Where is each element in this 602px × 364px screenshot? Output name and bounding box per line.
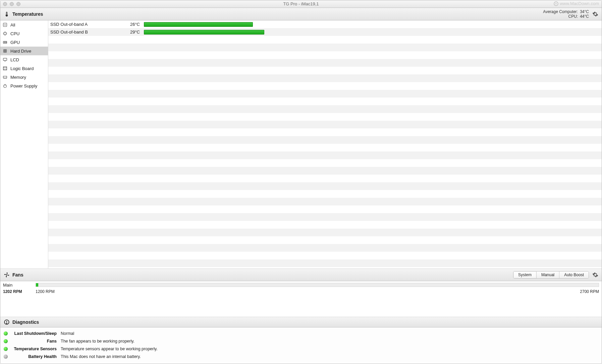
memory-icon	[2, 74, 8, 80]
empty-row	[48, 190, 602, 198]
sensor-bar	[144, 30, 598, 35]
sidebar-item-label: Hard Drive	[10, 49, 31, 54]
diagnostics-header: Diagnostics	[0, 317, 602, 327]
empty-row	[48, 90, 602, 98]
avg-computer-value: 34°C	[580, 9, 589, 14]
sidebar-item-label: Memory	[10, 75, 26, 80]
sensor-temp: 26°C	[124, 22, 144, 27]
empty-row	[48, 167, 602, 175]
temperatures-header: Temperatures Average Computer: 34°C CPU:…	[0, 8, 602, 20]
empty-row	[48, 205, 602, 213]
empty-row	[48, 44, 602, 51]
svg-point-19	[6, 67, 6, 68]
empty-row	[48, 175, 602, 182]
sensor-name: SSD Out-of-band B	[48, 29, 124, 35]
status-dot-icon	[4, 339, 8, 343]
fan-max-rpm: 2700 RPM	[580, 289, 599, 294]
sensor-temp: 29°C	[124, 29, 144, 35]
empty-row	[48, 67, 602, 74]
watermark-icon: ✕	[554, 1, 558, 6]
all-icon	[2, 22, 8, 27]
status-dot-icon	[4, 331, 8, 336]
svg-rect-15	[3, 58, 7, 61]
alert-icon	[3, 319, 10, 325]
svg-point-21	[6, 69, 6, 70]
fan-mode-system[interactable]: System	[513, 271, 537, 278]
avg-cpu-label: CPU:	[568, 14, 578, 19]
power-icon	[2, 83, 8, 88]
diagnostic-value: Normal	[61, 331, 74, 336]
sensor-name: SSD Out-of-band A	[48, 22, 124, 27]
hdd-icon	[2, 48, 8, 54]
status-dot-icon	[4, 347, 8, 351]
diagnostic-label: Battery Health	[13, 354, 57, 359]
lcd-icon	[2, 57, 8, 62]
sensor-bar	[144, 22, 598, 27]
diagnostics-title: Diagnostics	[12, 319, 39, 325]
empty-row	[48, 198, 602, 205]
gear-icon	[592, 11, 598, 17]
avg-cpu-value: 44°C	[580, 14, 589, 19]
sensor-row[interactable]: SSD Out-of-band A26°C	[48, 20, 602, 28]
empty-row	[48, 221, 602, 229]
diagnostic-row: FansThe fan appears to be working proper…	[0, 337, 602, 345]
diagnostic-row: Battery HealthThis Mac does not have an …	[0, 353, 602, 360]
fan-min-rpm: 1200 RPM	[36, 289, 55, 294]
fans-body: Main1202 RPM1200 RPM2700 RPM	[0, 281, 602, 294]
fan-row: Main1202 RPM1200 RPM2700 RPM	[0, 281, 602, 294]
sidebar-item-hard-drive[interactable]: Hard Drive	[0, 47, 48, 55]
diagnostics-body: Last Shutdown/SleepNormalFansThe fan app…	[0, 327, 602, 364]
sidebar-item-gpu[interactable]: GPU	[0, 38, 48, 47]
gear-icon	[592, 272, 598, 278]
sidebar-item-label: CPU	[10, 31, 19, 36]
fan-mode-auto-boost[interactable]: Auto Boost	[559, 271, 589, 278]
empty-row	[48, 259, 602, 267]
window-title: TG Pro - iMac19,1	[0, 1, 602, 6]
average-readout: Average Computer: 34°C CPU: 44°C	[543, 9, 589, 19]
empty-row	[48, 59, 602, 67]
svg-rect-4	[4, 33, 6, 35]
sensor-list: SSD Out-of-band A26°CSSD Out-of-band B29…	[48, 20, 602, 268]
sidebar-item-power-supply[interactable]: Power Supply	[0, 81, 48, 90]
diagnostic-label: Last Shutdown/Sleep	[13, 331, 57, 336]
fan-name: Main	[0, 283, 36, 288]
temperatures-title: Temperatures	[12, 11, 43, 17]
empty-row	[48, 244, 602, 252]
sidebar-item-lcd[interactable]: LCD	[0, 55, 48, 64]
empty-row	[48, 51, 602, 59]
sidebar-item-memory[interactable]: Memory	[0, 73, 48, 81]
empty-row	[48, 105, 602, 113]
sidebar-item-logic-board[interactable]: Logic Board	[0, 64, 48, 73]
empty-row	[48, 82, 602, 90]
fan-bar	[36, 283, 599, 287]
svg-rect-1	[3, 23, 7, 27]
cpu-icon	[2, 31, 8, 36]
fan-current-rpm: 1202 RPM	[3, 289, 36, 294]
sidebar-item-label: GPU	[10, 40, 20, 45]
sidebar-item-label: Power Supply	[10, 83, 37, 88]
gpu-icon	[2, 40, 8, 45]
sidebar-item-cpu[interactable]: CPU	[0, 29, 48, 38]
sensor-row[interactable]: SSD Out-of-band B29°C	[48, 28, 602, 36]
fan-icon	[3, 272, 10, 278]
watermark: ✕ www.MacDown.com	[554, 1, 599, 6]
svg-point-14	[5, 51, 5, 51]
sidebar-item-label: Logic Board	[10, 66, 34, 71]
empty-row	[48, 159, 602, 167]
temperatures-settings-button[interactable]	[592, 10, 599, 18]
svg-point-20	[4, 69, 5, 70]
diagnostic-value: The fan appears to be working properly.	[61, 339, 134, 344]
empty-row	[48, 151, 602, 159]
svg-point-32	[6, 323, 7, 324]
empty-row	[48, 182, 602, 190]
empty-row	[48, 98, 602, 105]
status-dot-icon	[4, 355, 8, 359]
diagnostic-value: Temperature sensors appear to be working…	[61, 347, 158, 351]
fan-mode-segmented-control: SystemManualAuto Boost	[513, 271, 589, 279]
fan-mode-manual[interactable]: Manual	[537, 271, 559, 278]
sidebar-item-all[interactable]: All	[0, 20, 48, 29]
sidebar-item-label: All	[10, 22, 15, 27]
diagnostic-value: This Mac does not have an internal batte…	[61, 354, 141, 359]
fans-settings-button[interactable]	[592, 271, 599, 279]
svg-rect-22	[3, 76, 7, 78]
